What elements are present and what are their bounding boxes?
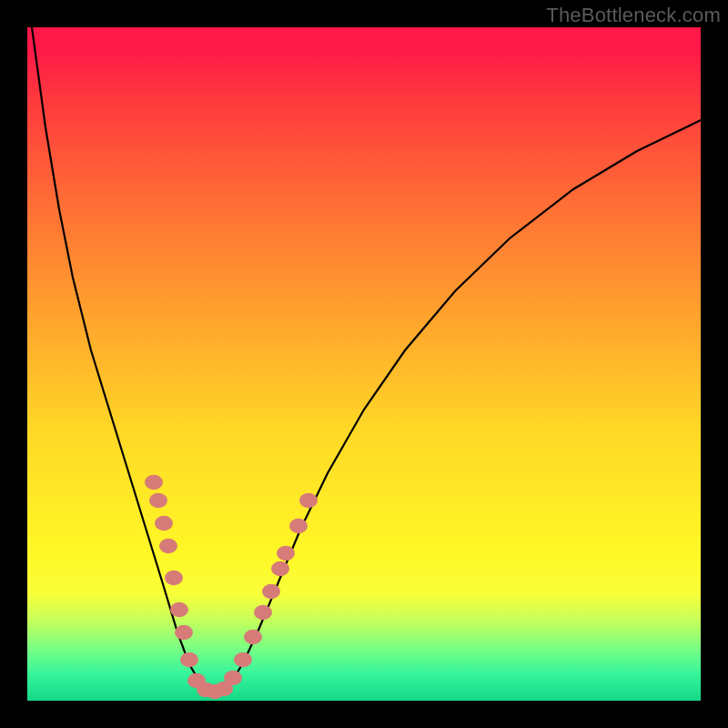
curve-marker xyxy=(170,602,188,617)
bottleneck-curve xyxy=(32,27,701,692)
curve-marker xyxy=(145,475,163,490)
curve-marker xyxy=(244,630,262,644)
curve-marker xyxy=(175,625,193,640)
chart-area xyxy=(27,27,701,701)
curve-marker xyxy=(149,493,167,508)
curve-marker xyxy=(271,561,289,576)
curve-marker xyxy=(254,605,272,620)
curve-marker xyxy=(289,519,308,533)
curve-marker xyxy=(262,584,280,599)
curve-marker xyxy=(155,516,173,531)
curve-marker xyxy=(277,546,295,561)
curve-marker xyxy=(165,571,183,585)
curve-marker xyxy=(159,539,177,553)
curve-marker xyxy=(299,493,318,508)
marker-group xyxy=(145,475,318,699)
curve-marker xyxy=(224,671,242,685)
bottleneck-curve-svg xyxy=(27,27,701,701)
curve-marker xyxy=(180,652,198,667)
curve-marker xyxy=(234,652,252,667)
watermark-text: TheBottleneck.com xyxy=(546,4,721,27)
